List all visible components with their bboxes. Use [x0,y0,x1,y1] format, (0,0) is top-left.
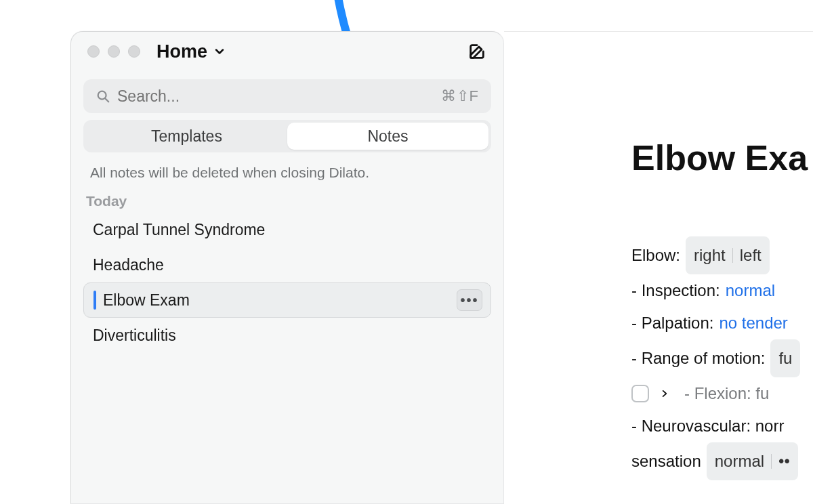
field-elbow-side: Elbow: right left [631,236,813,274]
chevron-down-icon [213,45,226,58]
section-today: Today [86,193,487,209]
svg-line-2 [106,99,109,102]
titlebar: Home [71,32,503,71]
field-sensation: sensation normal •• [631,442,813,480]
home-label: Home [157,41,207,62]
field-rom: - Range of motion: fu [631,339,813,377]
tabs-toggle: Templates Notes [83,120,491,152]
note-item[interactable]: Diverticulitis [83,318,491,353]
elbow-label: Elbow: [631,239,680,272]
rom-label: - Range of motion: [631,342,765,375]
sidebar-window: Home ⌘⇧F Templates Notes All notes wi [70,31,504,504]
compose-button[interactable] [467,41,487,62]
sensation-more[interactable]: •• [778,445,790,478]
selection-bar [93,291,96,310]
zoom-dot[interactable] [128,45,140,58]
svg-point-1 [98,91,106,100]
note-list: Carpal Tunnel Syndrome Headache Elbow Ex… [83,212,491,353]
side-toggle[interactable]: right left [686,236,770,274]
rom-value[interactable]: fu [770,339,800,377]
search-icon [96,89,110,104]
sensation-label: sensation [631,445,701,478]
field-flexion: - Flexion: fu [631,377,813,410]
palpation-value[interactable]: no tender [719,307,787,339]
compose-icon [467,42,486,61]
doc-title: Elbow Exa [631,138,813,178]
close-dot[interactable] [87,45,100,58]
home-dropdown[interactable]: Home [157,41,226,62]
field-palpation: - Palpation: no tender [631,307,813,339]
note-title: Headache [93,256,483,274]
note-item[interactable]: Headache [83,247,491,282]
flexion-checkbox[interactable] [631,385,649,402]
side-left[interactable]: left [740,239,762,272]
minimize-dot[interactable] [108,45,120,58]
chevron-right-icon [660,389,669,398]
sensation-toggle[interactable]: normal •• [707,442,798,480]
neuro-label: - Neurovascular: norr [631,410,784,442]
flexion-label: - Flexion: fu [684,377,769,410]
tab-templates[interactable]: Templates [86,123,287,150]
note-item[interactable]: Carpal Tunnel Syndrome [83,212,491,247]
sensation-value[interactable]: normal [715,445,764,478]
field-neuro: - Neurovascular: norr [631,410,813,442]
warning-text: All notes will be deleted when closing D… [90,165,487,181]
note-title: Elbow Exam [103,291,457,310]
note-title: Diverticulitis [93,327,483,345]
note-title: Carpal Tunnel Syndrome [93,221,483,239]
doc-body: Elbow: right left - Inspection: normal -… [631,236,813,480]
note-item-selected[interactable]: Elbow Exam ••• [83,282,491,318]
side-right[interactable]: right [694,239,726,272]
more-button[interactable]: ••• [457,289,482,311]
inspection-label: - Inspection: [631,274,720,307]
inspection-value[interactable]: normal [726,274,775,307]
search-shortcut: ⌘⇧F [441,87,479,105]
field-inspection: - Inspection: normal [631,274,813,307]
pill-separator [771,454,772,469]
tab-notes[interactable]: Notes [287,123,488,150]
pill-separator [732,248,733,263]
content-pane: Elbow Exa Elbow: right left - Inspection… [504,31,813,504]
palpation-label: - Palpation: [631,307,713,339]
traffic-lights [87,45,140,58]
search-input[interactable] [117,87,441,106]
search-field[interactable]: ⌘⇧F [83,79,491,113]
